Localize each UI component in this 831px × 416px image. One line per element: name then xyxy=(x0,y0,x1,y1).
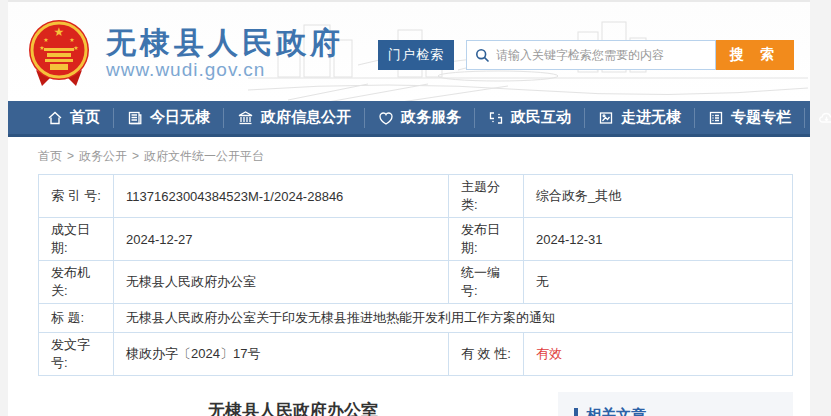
meta-value: 棣政办字〔2024〕17号 xyxy=(114,333,449,376)
table-row: 标 题: 无棣县人民政府办公室关于印发无棣县推进地热能开发利用工作方案的通知 xyxy=(39,304,793,333)
page-container: ★ ★ ★ ★ ★ 无棣县人民政府 www.wudi.gov.cn 门户检索 xyxy=(8,0,810,416)
meta-label: 有 效 性: xyxy=(449,333,524,376)
meta-label: 索 引 号: xyxy=(39,175,114,218)
nav-label: 首页 xyxy=(70,108,100,127)
document-meta-table: 索 引 号: 11371623004384523M-1/2024-28846 主… xyxy=(38,174,793,376)
heading-accent-bar xyxy=(574,408,578,416)
breadcrumb-separator: > xyxy=(67,149,74,163)
meta-value-title: 无棣县人民政府办公室关于印发无棣县推进地热能开发利用工作方案的通知 xyxy=(114,304,793,333)
search-box xyxy=(466,40,716,70)
data-cloud-icon xyxy=(818,110,831,126)
search-input[interactable] xyxy=(490,48,715,62)
related-articles-title: 相关文章 xyxy=(586,406,646,416)
site-title-block: 无棣县人民政府 www.wudi.gov.cn xyxy=(106,26,344,81)
portal-search-button[interactable]: 门户检索 xyxy=(378,40,454,70)
service-heart-icon xyxy=(378,110,394,126)
related-articles-panel: 相关文章 【一图看懂】无棣县推进地热能开发利用工作方案 xyxy=(558,392,793,416)
site-url[interactable]: www.wudi.gov.cn xyxy=(106,59,344,81)
national-emblem-logo: ★ ★ ★ ★ ★ xyxy=(26,18,92,88)
topics-list-icon xyxy=(708,110,724,126)
meta-label: 成文日期: xyxy=(39,218,114,261)
nav-label: 走进无棣 xyxy=(621,108,681,127)
meta-label: 发文字号: xyxy=(39,333,114,376)
breadcrumb: 首页>政务公开>政府文件统一公开平台 xyxy=(8,137,810,174)
meta-value: 2024-12-27 xyxy=(114,218,449,261)
nav-label: 政民互动 xyxy=(511,108,571,127)
meta-label: 发布机关: xyxy=(39,261,114,304)
search-area: 门户检索 搜 索 xyxy=(378,40,794,70)
nav-item-about[interactable]: 走进无棣 xyxy=(584,108,694,128)
page-edge-strip xyxy=(810,0,831,103)
meta-label: 发布日期: xyxy=(449,218,524,261)
news-icon xyxy=(127,110,143,126)
nav-item-services[interactable]: 政务服务 xyxy=(364,108,474,128)
meta-label: 标 题: xyxy=(39,304,114,333)
site-name: 无棣县人民政府 xyxy=(106,26,344,59)
search-button[interactable]: 搜 索 xyxy=(716,40,794,70)
nav-item-interaction[interactable]: 政民互动 xyxy=(474,108,584,128)
nav-item-today[interactable]: 今日无棣 xyxy=(113,108,223,128)
nav-label: 政务服务 xyxy=(401,108,461,127)
table-row: 成文日期: 2024-12-27 发布日期: 2024-12-31 xyxy=(39,218,793,261)
site-header: ★ ★ ★ ★ ★ 无棣县人民政府 www.wudi.gov.cn 门户检索 xyxy=(8,0,810,101)
nav-label: 政府信息公开 xyxy=(261,108,351,127)
meta-label: 统一编号: xyxy=(449,261,524,304)
breadcrumb-item-zwgk[interactable]: 政务公开 xyxy=(79,149,127,163)
table-row: 发文字号: 棣政办字〔2024〕17号 有 效 性: 有效 xyxy=(39,333,793,376)
svg-text:★: ★ xyxy=(39,45,44,51)
meta-value: 2024-12-31 xyxy=(524,218,793,261)
nav-item-topics[interactable]: 专题专栏 xyxy=(694,108,804,128)
meta-value: 有效 xyxy=(524,333,793,376)
validity-status: 有效 xyxy=(536,346,562,361)
lower-section: 无棣县人民政府办公室 关于印发无棣县推进地热能开发利用工作方案的通知 棣政办字〔… xyxy=(38,392,793,416)
breadcrumb-item-platform[interactable]: 政府文件统一公开平台 xyxy=(144,149,264,163)
meta-value: 无 xyxy=(524,261,793,304)
nav-item-home[interactable]: 首页 xyxy=(34,108,113,128)
svg-text:★: ★ xyxy=(54,25,65,39)
scenery-icon xyxy=(598,110,614,126)
document-meta-section: 索 引 号: 11371623004384523M-1/2024-28846 主… xyxy=(8,174,810,416)
meta-value: 无棣县人民政府办公室 xyxy=(114,261,449,304)
related-articles-header: 相关文章 xyxy=(574,406,777,416)
article-title-line1: 无棣县人民政府办公室 xyxy=(38,398,548,416)
home-icon xyxy=(47,110,63,126)
svg-text:★: ★ xyxy=(73,45,78,51)
government-building-icon xyxy=(237,110,254,126)
table-row: 发布机关: 无棣县人民政府办公室 统一编号: 无 xyxy=(39,261,793,304)
svg-text:★: ★ xyxy=(69,37,74,43)
site-brand[interactable]: ★ ★ ★ ★ ★ 无棣县人民政府 www.wudi.gov.cn xyxy=(26,18,344,88)
breadcrumb-item-home[interactable]: 首页 xyxy=(38,149,62,163)
meta-label: 主题分类: xyxy=(449,175,524,218)
meta-value: 11371623004384523M-1/2024-28846 xyxy=(114,175,449,218)
nav-label: 今日无棣 xyxy=(150,108,210,127)
search-icon xyxy=(475,48,490,63)
interaction-icon xyxy=(488,110,504,126)
nav-label: 专题专栏 xyxy=(731,108,791,127)
nav-item-open-data[interactable]: 数据开放 xyxy=(804,108,831,128)
nav-item-info-disclosure[interactable]: 政府信息公开 xyxy=(223,108,364,128)
table-row: 索 引 号: 11371623004384523M-1/2024-28846 主… xyxy=(39,175,793,218)
article-header: 无棣县人民政府办公室 关于印发无棣县推进地热能开发利用工作方案的通知 棣政办字〔… xyxy=(38,392,548,416)
svg-text:★: ★ xyxy=(43,37,48,43)
meta-value: 综合政务_其他 xyxy=(524,175,793,218)
breadcrumb-separator: > xyxy=(132,149,139,163)
main-navigation: 首页 今日无棣 政府信息公开 政务服务 政民互动 走进无棣 xyxy=(8,101,810,137)
